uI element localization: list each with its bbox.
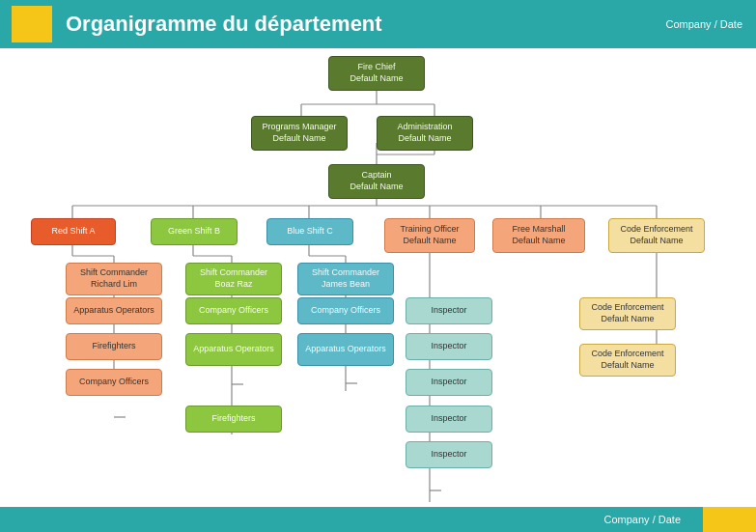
inspector1-box: Inspector: [406, 297, 492, 324]
page-title: Organigramme du département: [66, 12, 382, 37]
training-officer-box: Training Officer Default Name: [384, 218, 475, 253]
red-firefighters-box: Firefighters: [66, 333, 162, 360]
red-shift-commander-box: Shift Commander Richard Lim: [66, 263, 162, 295]
code-enforcement-top-box: Code Enforcement Default Name: [608, 218, 705, 253]
green-apparatus-box: Apparatus Operators: [185, 333, 282, 366]
footer-company-date: Company / Date: [604, 514, 681, 525]
header: Organigramme du département Company / Da…: [0, 0, 756, 48]
inspector4-box: Inspector: [406, 406, 492, 433]
code-enforcement1-box: Code Enforcement Default Name: [579, 297, 676, 330]
footer-yellow-accent: [703, 507, 756, 532]
administration-box: Administration Default Name: [377, 116, 473, 151]
green-firefighters-box: Firefighters: [185, 406, 282, 433]
blue-shift-box: Blue Shift C: [266, 218, 353, 245]
red-shift-box: Red Shift A: [31, 218, 116, 245]
header-yellow-accent: [12, 6, 52, 42]
programs-manager-box: Programs Manager Default Name: [251, 116, 348, 151]
red-company-officers-box: Company Officers: [66, 369, 162, 396]
captain-box: Captain Default Name: [328, 164, 425, 199]
green-shift-commander-box: Shift Commander Boaz Raz: [185, 263, 282, 295]
footer: Company / Date: [0, 507, 756, 532]
red-apparatus-box: Apparatus Operators: [66, 297, 162, 324]
fire-marshall-box: Free Marshall Default Name: [492, 218, 585, 253]
blue-apparatus-box: Apparatus Operators: [297, 333, 394, 366]
green-shift-box: Green Shift B: [151, 218, 238, 245]
inspector3-box: Inspector: [406, 369, 492, 396]
code-enforcement2-box: Code Enforcement Default Name: [579, 344, 676, 377]
inspector5-box: Inspector: [406, 441, 492, 468]
green-company-officers-box: Company Officers: [185, 297, 282, 324]
blue-shift-commander-box: Shift Commander James Bean: [297, 263, 394, 295]
inspector2-box: Inspector: [406, 333, 492, 360]
header-company-date: Company / Date: [666, 18, 742, 30]
fire-chief-box: Fire Chief Default Name: [328, 56, 425, 91]
main-content: Fire Chief Default Name Programs Manager…: [0, 48, 756, 507]
blue-company-officers-box: Company Officers: [297, 297, 394, 324]
